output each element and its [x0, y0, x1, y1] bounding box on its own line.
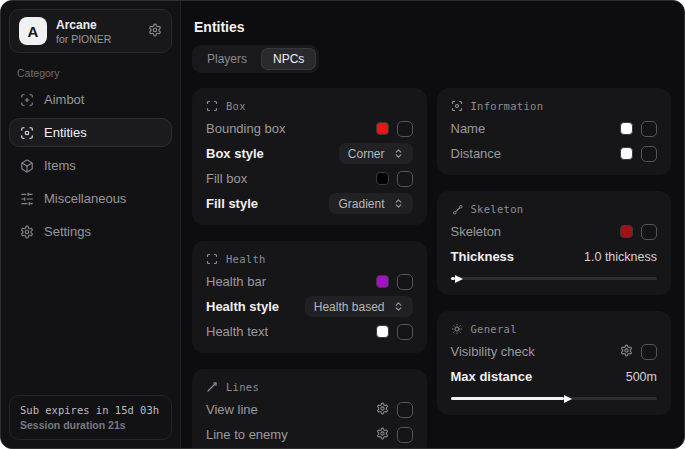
lines-card-title: Lines [226, 381, 259, 393]
session-duration-text: Session duration 21s [20, 419, 161, 431]
app-window: A Arcane for PIONER Category Aimbot [0, 0, 685, 449]
skeleton-card-title: Skeleton [471, 203, 524, 215]
visibility-check-row: Visibility check [451, 341, 658, 362]
distance-checkbox[interactable] [641, 146, 657, 162]
fill-style-select[interactable]: Gradient [329, 193, 412, 214]
health-text-checkbox[interactable] [397, 324, 413, 340]
skeleton-checkbox[interactable] [641, 224, 657, 240]
information-card: Information Name Distance [437, 88, 672, 175]
app-name: Arcane [56, 18, 111, 32]
category-label: Category [17, 67, 164, 79]
fill-style-value: Gradient [338, 197, 384, 211]
right-column: Information Name Distance [437, 88, 672, 448]
card-columns: Box Bounding box Box style Corne [192, 88, 671, 448]
health-card-title: Health [226, 253, 266, 265]
thickness-row: Thickness 1.0 thickness [451, 246, 658, 267]
visibility-check-checkbox[interactable] [641, 344, 657, 360]
fill-box-checkbox[interactable] [397, 171, 413, 187]
thickness-label: Thickness [451, 249, 515, 264]
diagonal-line-icon [206, 381, 218, 393]
health-style-select[interactable]: Health based [305, 296, 413, 317]
sidebar-item-label: Aimbot [44, 92, 84, 107]
page-title: Entities [194, 19, 671, 35]
health-text-color-swatch[interactable] [376, 325, 389, 338]
scan-eye-icon [20, 126, 34, 140]
sidebar-item-entities[interactable]: Entities [9, 118, 172, 147]
skeleton-card: Skeleton Skeleton Thickness 1.0 thicknes… [437, 191, 672, 295]
health-card-header: Health [206, 253, 413, 265]
sidebar-item-label: Items [44, 158, 76, 173]
line-to-enemy-label: Line to enemy [206, 427, 288, 442]
thickness-slider-handle[interactable] [455, 275, 463, 283]
health-text-row: Health text [206, 321, 413, 342]
gear-icon [620, 344, 633, 360]
skeleton-color-swatch[interactable] [620, 225, 633, 238]
sidebar: A Arcane for PIONER Category Aimbot [1, 1, 181, 448]
information-card-header: Information [451, 100, 658, 112]
visibility-check-label: Visibility check [451, 344, 535, 359]
sidebar-item-items[interactable]: Items [9, 151, 172, 180]
gear-icon [376, 402, 389, 418]
health-style-row: Health style Health based [206, 296, 413, 317]
health-bar-row: Health bar [206, 271, 413, 292]
name-color-swatch[interactable] [620, 122, 633, 135]
fill-box-color-swatch[interactable] [376, 172, 389, 185]
name-checkbox[interactable] [641, 121, 657, 137]
general-card-title: General [471, 323, 517, 335]
gear-icon [376, 427, 389, 443]
sidebar-item-settings[interactable]: Settings [9, 217, 172, 246]
max-distance-slider-handle[interactable] [564, 395, 572, 403]
chevrons-up-down-icon [393, 148, 404, 159]
health-style-label: Health style [206, 299, 279, 314]
distance-color-swatch[interactable] [620, 147, 633, 160]
bounding-box-row: Bounding box [206, 118, 413, 139]
box-card: Box Bounding box Box style Corne [192, 88, 427, 225]
chevrons-up-down-icon [393, 198, 404, 209]
package-icon [20, 159, 34, 173]
max-distance-slider[interactable] [451, 397, 658, 400]
tab-npcs[interactable]: NPCs [261, 48, 316, 70]
fill-style-row: Fill style Gradient [206, 193, 413, 214]
sliders-icon [20, 192, 34, 206]
sidebar-nav: Aimbot Entities Items Miscellaneous [9, 85, 172, 246]
sun-icon [451, 323, 463, 335]
line-to-enemy-checkbox[interactable] [397, 427, 413, 443]
box-card-title: Box [226, 100, 246, 112]
box-style-label: Box style [206, 146, 264, 161]
gear-icon [20, 225, 34, 239]
line-to-enemy-row: Line to enemy [206, 424, 413, 445]
max-distance-value: 500m [626, 370, 657, 384]
view-line-settings-button[interactable] [376, 402, 389, 418]
sidebar-item-label: Miscellaneous [44, 191, 126, 206]
tab-group: Players NPCs [192, 45, 319, 73]
sidebar-item-miscellaneous[interactable]: Miscellaneous [9, 184, 172, 213]
subscription-card: Sub expires in 15d 03h Session duration … [9, 395, 172, 440]
health-bar-color-swatch[interactable] [376, 275, 389, 288]
brand-settings-button[interactable] [148, 23, 162, 40]
max-distance-slider-fill [451, 397, 565, 400]
thickness-slider[interactable] [451, 277, 658, 280]
bounding-box-label: Bounding box [206, 121, 286, 136]
health-bar-checkbox[interactable] [397, 274, 413, 290]
bounding-box-checkbox[interactable] [397, 121, 413, 137]
skeleton-card-header: Skeleton [451, 203, 658, 215]
general-card: General Visibility check [437, 311, 672, 415]
bounding-box-color-swatch[interactable] [376, 122, 389, 135]
max-distance-row: Max distance 500m [451, 366, 658, 387]
app-logo: A [19, 17, 47, 45]
gear-icon [148, 23, 162, 40]
visibility-check-settings-button[interactable] [620, 344, 633, 360]
health-bar-label: Health bar [206, 274, 266, 289]
crosshair-scan-icon [20, 93, 34, 107]
box-style-row: Box style Corner [206, 143, 413, 164]
main-content: Entities Players NPCs Box Bounding box [181, 1, 684, 448]
box-card-header: Box [206, 100, 413, 112]
box-style-select[interactable]: Corner [339, 143, 413, 164]
sidebar-item-aimbot[interactable]: Aimbot [9, 85, 172, 114]
max-distance-label: Max distance [451, 369, 533, 384]
view-line-checkbox[interactable] [397, 402, 413, 418]
health-text-label: Health text [206, 324, 268, 339]
line-to-enemy-settings-button[interactable] [376, 427, 389, 443]
tab-players[interactable]: Players [195, 48, 259, 70]
fill-box-label: Fill box [206, 171, 247, 186]
